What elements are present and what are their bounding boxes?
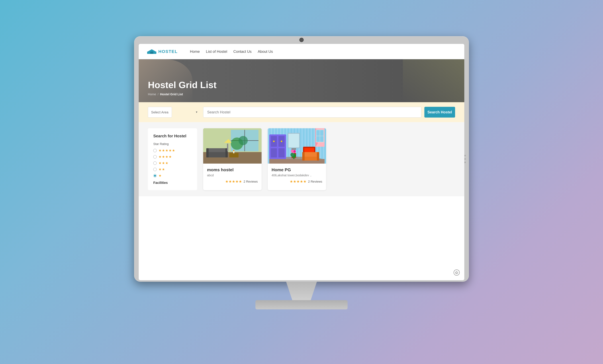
rating-option-4: ★★★★: [153, 155, 192, 159]
monitor-screen-container: HOSTEL Home List of Hostel Contact Us Ab…: [134, 36, 469, 282]
svg-point-19: [233, 150, 234, 151]
hostel-card-2[interactable]: Home PG 406,akshat tower,bodakdev .. ★★★…: [268, 128, 326, 190]
rating-option-3: ★★★: [153, 161, 192, 165]
side-dot-1: [464, 155, 466, 156]
svg-rect-34: [289, 134, 299, 147]
stars-4: ★★★★: [159, 155, 172, 159]
hostel-card-2-body: Home PG 406,akshat tower,bodakdev .. ★★★…: [268, 164, 326, 188]
search-hostel-input[interactable]: [203, 107, 421, 118]
svg-point-31: [273, 141, 275, 142]
hero-section: Hostel Grid List Home / Hostel Grid List: [139, 59, 464, 102]
svg-point-32: [281, 141, 282, 142]
cartoon-room-svg: [268, 128, 326, 164]
hostel-cards: moms hostel abcd ★★★★★ 2 Reviews: [203, 128, 455, 190]
hostel-card-2-image: [268, 128, 326, 164]
rating-radio-5[interactable]: [153, 149, 157, 152]
breadcrumb-current: Hostel Grid List: [160, 93, 183, 96]
stars-1: ★: [159, 174, 162, 178]
monitor-base: [255, 300, 348, 309]
side-dots: [464, 155, 466, 163]
logo[interactable]: HOSTEL: [146, 48, 178, 55]
stars-2: ★★: [159, 167, 165, 171]
stars-3: ★★★: [159, 161, 169, 165]
main-content: Search for Hostel Star Rating ★★★★★ ★★★★: [139, 122, 464, 196]
rating-radio-4[interactable]: [153, 155, 157, 158]
nav-links: Home List of Hostel Contact Us About Us: [190, 49, 273, 54]
search-hostel-button[interactable]: Search Hostel: [424, 107, 455, 118]
hostel-2-reviews-text: 2 Reviews: [308, 180, 322, 183]
svg-rect-18: [233, 151, 234, 153]
svg-rect-15: [229, 153, 239, 157]
logo-text: HOSTEL: [158, 49, 178, 54]
svg-rect-49: [317, 152, 319, 161]
svg-rect-48: [302, 152, 305, 161]
hostel-card-1[interactable]: moms hostel abcd ★★★★★ 2 Reviews: [203, 128, 262, 190]
star-rating-label: Star Rating: [153, 142, 192, 146]
hostel-2-name: Home PG: [272, 167, 322, 172]
svg-rect-35: [291, 148, 296, 150]
nav-item-home[interactable]: Home: [190, 49, 200, 54]
hostel-1-reviews-text: 2 Reviews: [244, 180, 258, 183]
hero-content: Hostel Grid List Home / Hostel Grid List: [148, 80, 455, 96]
breadcrumb-home[interactable]: Home: [148, 93, 156, 96]
camera-dot: [299, 38, 304, 42]
logo-icon: [146, 48, 157, 55]
nav-contact-link[interactable]: Contact Us: [233, 49, 252, 54]
nav-item-contact[interactable]: Contact Us: [233, 49, 252, 54]
side-dot-2: [464, 158, 466, 160]
rating-option-5: ★★★★★: [153, 149, 192, 153]
hostel-card-1-body: moms hostel abcd ★★★★★ 2 Reviews: [203, 164, 262, 188]
rating-radio-2[interactable]: [153, 168, 157, 171]
nav-home-link[interactable]: Home: [190, 49, 200, 54]
svg-rect-30: [278, 148, 285, 157]
svg-rect-13: [206, 148, 209, 157]
svg-rect-2: [150, 52, 153, 54]
hostel-2-stars: ★★★★★: [290, 179, 307, 184]
nav-list-link[interactable]: List of Hostel: [206, 49, 227, 54]
svg-point-52: [290, 153, 294, 156]
rating-option-2: ★★: [153, 167, 192, 171]
nav-item-about[interactable]: About Us: [258, 49, 273, 54]
rating-option-1: ★: [153, 174, 192, 178]
svg-rect-29: [271, 148, 277, 157]
select-area-wrapper: Select Area: [148, 107, 200, 118]
svg-marker-1: [147, 49, 156, 52]
sidebar: Search for Hostel Star Rating ★★★★★ ★★★★: [148, 128, 197, 190]
stars-5: ★★★★★: [159, 149, 175, 153]
breadcrumb: Home / Hostel Grid List: [148, 93, 455, 96]
facilities-label: Facilities: [153, 181, 192, 185]
hero-title: Hostel Grid List: [148, 80, 455, 90]
navbar: HOSTEL Home List of Hostel Contact Us Ab…: [139, 44, 464, 59]
monitor-stand: [286, 282, 317, 300]
hostel-1-reviews: ★★★★★ 2 Reviews: [207, 179, 258, 184]
svg-point-39: [291, 150, 294, 152]
hostel-2-address: 406,akshat tower,bodakdev ..: [272, 174, 322, 177]
hostel-1-stars: ★★★★★: [225, 179, 242, 184]
monitor-wrapper: HOSTEL Home List of Hostel Contact Us Ab…: [133, 36, 470, 328]
svg-rect-47: [302, 152, 319, 157]
select-area[interactable]: Select Area: [148, 107, 172, 118]
svg-rect-12: [206, 148, 228, 152]
rating-radio-1[interactable]: [153, 174, 157, 177]
monitor-screen: HOSTEL Home List of Hostel Contact Us Ab…: [139, 44, 464, 280]
hostel-card-1-image: [203, 128, 262, 164]
rating-radio-3[interactable]: [153, 161, 157, 165]
modern-room-svg: [203, 128, 262, 164]
hostel-1-address: abcd: [207, 174, 258, 177]
hostel-1-name: moms hostel: [207, 167, 258, 172]
svg-rect-16: [227, 144, 228, 151]
hostel-2-reviews: ★★★★★ 2 Reviews: [272, 179, 322, 184]
svg-point-10: [239, 136, 248, 145]
breadcrumb-separator: /: [158, 93, 159, 96]
sidebar-title: Search for Hostel: [153, 134, 192, 138]
nav-item-list[interactable]: List of Hostel: [206, 49, 227, 54]
nav-about-link[interactable]: About Us: [258, 49, 273, 54]
side-dot-3: [464, 162, 466, 163]
svg-point-38: [293, 150, 296, 153]
power-button[interactable]: ⏻: [453, 269, 460, 276]
search-bar-section: Select Area Search Hostel: [139, 102, 464, 122]
